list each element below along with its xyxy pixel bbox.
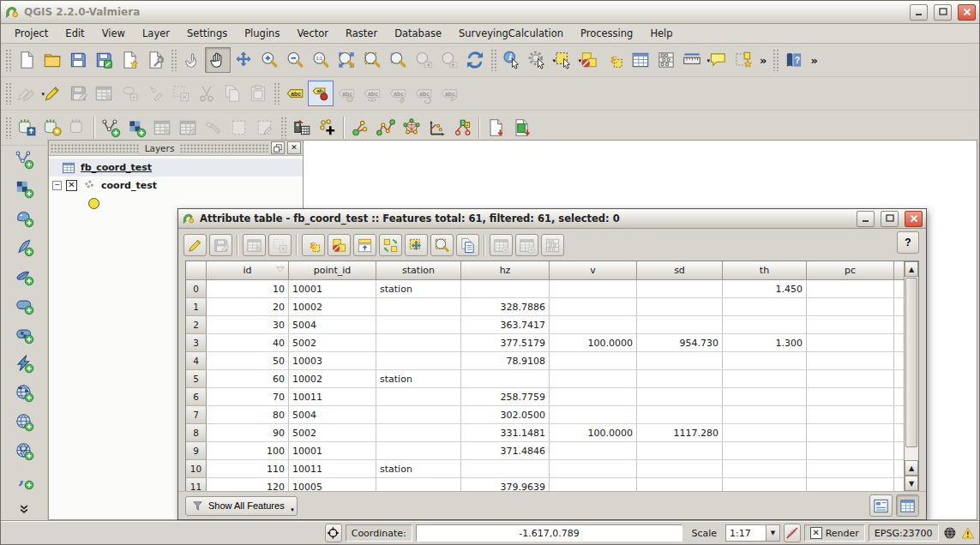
cell-r8-v[interactable]: 100.0000: [550, 424, 637, 442]
open-attribute-table-button[interactable]: [628, 47, 653, 73]
cell-r7-point_id[interactable]: 5004: [289, 406, 376, 424]
open-project-button[interactable]: [39, 47, 65, 73]
row-header-6[interactable]: 6: [186, 388, 207, 406]
column-header-id[interactable]: id: [207, 261, 289, 280]
composer-manager-button[interactable]: [142, 47, 168, 73]
menu-project[interactable]: Project: [6, 25, 57, 42]
cell-r11-th[interactable]: [723, 478, 807, 491]
cell-r9-point_id[interactable]: 10001: [289, 442, 376, 460]
add-raster-layer-button[interactable]: [11, 176, 37, 201]
row-header-0[interactable]: 0: [186, 280, 207, 298]
cell-r3-sd[interactable]: 954.730: [637, 334, 723, 352]
survey-add-point-button[interactable]: [315, 115, 340, 141]
cell-r5-sd[interactable]: [637, 370, 723, 388]
cell-r2-id[interactable]: 30: [207, 316, 289, 334]
zoom-to-selection-button[interactable]: [385, 47, 411, 73]
cell-r1-point_id[interactable]: 10002: [289, 298, 376, 316]
save-project-button[interactable]: [65, 47, 91, 73]
cell-r3-v[interactable]: 100.0000: [550, 334, 637, 352]
panel-float-button[interactable]: [271, 141, 285, 154]
cell-r10-sd[interactable]: [637, 460, 723, 478]
survey-new-page-button[interactable]: [483, 115, 508, 141]
cell-r0-station[interactable]: station: [376, 280, 461, 298]
cell-r8-sd[interactable]: 1117.280: [637, 424, 723, 442]
cell-r10-id[interactable]: 110: [207, 460, 289, 478]
scroll-up-button[interactable]: ▲: [905, 261, 918, 277]
label-pin-button[interactable]: ab: [308, 81, 334, 106]
panel-close-button[interactable]: ✕: [287, 141, 301, 154]
deselect-all-button[interactable]: [328, 234, 351, 256]
extent-toggle-button[interactable]: [325, 524, 342, 542]
column-header-v[interactable]: v: [550, 261, 637, 280]
cell-r3-point_id[interactable]: 5002: [289, 334, 376, 352]
add-sqlanywhere-layer-button[interactable]: [11, 351, 37, 376]
cell-r1-station[interactable]: [376, 298, 461, 316]
measure-button[interactable]: ▾: [679, 47, 705, 73]
cell-r11-hz[interactable]: 379.9639: [461, 478, 550, 491]
cell-r10-v[interactable]: [550, 460, 637, 478]
toolbar-grip[interactable]: [5, 82, 11, 105]
save-project-as-button[interactable]: [91, 47, 117, 73]
survey-network-button[interactable]: [399, 115, 424, 141]
survey-copy-pages-button[interactable]: [508, 115, 534, 141]
cell-r11-point_id[interactable]: 10005: [289, 478, 376, 491]
select-by-expression-button[interactable]: ε: [302, 234, 325, 256]
cell-r5-hz[interactable]: [461, 370, 550, 388]
cell-r0-id[interactable]: 10: [207, 280, 289, 298]
identify-features-button[interactable]: i: [499, 47, 525, 73]
cell-r10-hz[interactable]: [461, 460, 550, 478]
invert-selection-button[interactable]: [379, 234, 402, 256]
run-feature-action-button[interactable]: ▾: [525, 47, 550, 73]
corner-header[interactable]: [186, 261, 207, 280]
menu-settings[interactable]: Settings: [178, 25, 236, 42]
toolbar-grip[interactable]: [171, 49, 177, 71]
cell-r10-point_id[interactable]: 10011: [289, 460, 376, 478]
column-header-pc[interactable]: pc: [807, 261, 894, 280]
row-header-1[interactable]: 1: [186, 298, 207, 316]
georaster-star-button[interactable]: [39, 115, 65, 141]
cell-r10-th[interactable]: [723, 460, 807, 478]
cell-r0-th[interactable]: 1.450: [723, 280, 807, 298]
add-spatialite-layer-button[interactable]: [11, 234, 37, 259]
refresh-map-button[interactable]: [462, 47, 488, 73]
new-composer-button[interactable]: [117, 47, 142, 73]
cell-r2-pc[interactable]: [807, 316, 894, 334]
survey-radial-button[interactable]: [347, 115, 373, 141]
cell-r3-hz[interactable]: 377.5179: [461, 334, 550, 352]
cell-r6-pc[interactable]: [807, 388, 894, 406]
cell-r8-point_id[interactable]: 5002: [289, 424, 376, 442]
add-wfs-layer-button[interactable]: [11, 439, 37, 464]
cell-r8-th[interactable]: [723, 424, 807, 442]
select-features-button[interactable]: ▾: [550, 47, 576, 73]
pan-to-selected-button[interactable]: [405, 234, 428, 256]
toolbar-grip[interactable]: [773, 49, 779, 71]
cell-r5-id[interactable]: 60: [207, 370, 289, 388]
cell-r4-v[interactable]: [550, 352, 637, 370]
cell-r5-th[interactable]: [723, 370, 807, 388]
toolbar-grip[interactable]: [5, 49, 11, 71]
cell-r0-sd[interactable]: [637, 280, 723, 298]
stop-render-button[interactable]: [784, 524, 801, 542]
georaster-upload-button[interactable]: [14, 115, 39, 141]
cell-r0-point_id[interactable]: 10001: [289, 280, 376, 298]
cell-r2-point_id[interactable]: 5004: [289, 316, 376, 334]
toggle-editing-button[interactable]: [39, 81, 65, 106]
layer-item-fb-coord-test[interactable]: fb_coord_test: [49, 159, 303, 177]
zoom-out-button[interactable]: [282, 47, 308, 73]
cell-r6-hz[interactable]: 258.7759: [461, 388, 550, 406]
cell-r6-th[interactable]: [723, 388, 807, 406]
new-shapefile-layer-button[interactable]: [98, 115, 123, 141]
menu-processing[interactable]: Processing: [572, 25, 641, 42]
dialog-minimize-button[interactable]: [857, 211, 875, 227]
vertical-scrollbar[interactable]: ▲ ▲ ▼: [904, 261, 918, 491]
cell-r8-pc[interactable]: [807, 424, 894, 442]
form-view-button[interactable]: [869, 494, 893, 517]
cell-r1-th[interactable]: [723, 298, 807, 316]
row-header-7[interactable]: 7: [186, 406, 207, 424]
cell-r7-pc[interactable]: [807, 406, 894, 424]
cell-r5-point_id[interactable]: 10002: [289, 370, 376, 388]
row-header-2[interactable]: 2: [186, 316, 207, 334]
cell-r11-pc[interactable]: [807, 478, 894, 491]
row-header-9[interactable]: 9: [186, 442, 207, 460]
cell-r3-th[interactable]: 1.300: [723, 334, 807, 352]
